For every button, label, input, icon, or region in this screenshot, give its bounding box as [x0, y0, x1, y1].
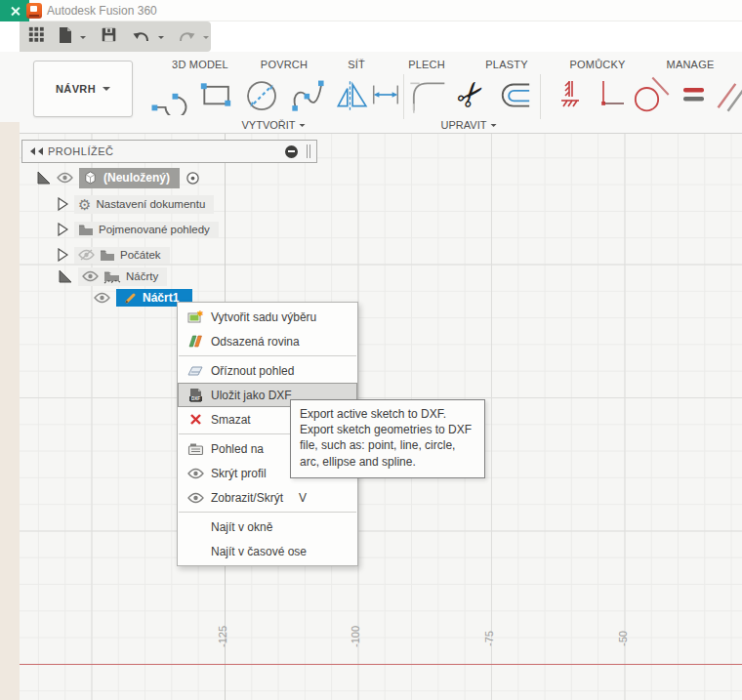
ribbon-divider: [403, 74, 404, 119]
minimize-panel-icon[interactable]: [285, 145, 298, 158]
expander-expanded-icon[interactable]: [59, 269, 72, 283]
axis-tick-label: -75: [483, 617, 495, 660]
expander-collapsed-icon[interactable]: [57, 248, 68, 262]
visibility-eye-icon[interactable]: [82, 270, 99, 282]
menu-item-find-in-timeline[interactable]: Najít v časové ose: [178, 539, 357, 563]
expander-expanded-icon[interactable]: [37, 171, 51, 185]
delete-icon: [186, 413, 205, 426]
chevron-down-icon: [103, 87, 110, 95]
spline-icon[interactable]: [289, 74, 328, 119]
trim-icon[interactable]: ✂: [451, 74, 494, 121]
tab-pomucky[interactable]: POMŮCKY: [569, 59, 625, 70]
folder-icon: [78, 224, 94, 236]
close-icon: [10, 6, 21, 17]
selection-set-icon: ✱: [186, 309, 205, 324]
expander-collapsed-icon[interactable]: [57, 223, 68, 236]
rectangle-icon[interactable]: [195, 74, 236, 119]
tab-plasty[interactable]: PLASTY: [485, 59, 527, 70]
menu-item-crop-view[interactable]: Oříznout pohled: [178, 358, 357, 383]
fillet-icon[interactable]: [408, 74, 449, 119]
menu-item-offset-plane[interactable]: Odsazená rovina: [178, 329, 357, 353]
group-label-create[interactable]: VYTVOŘIT: [241, 119, 305, 131]
x-axis-line: [20, 664, 742, 665]
group-label-modify[interactable]: UPRAVIT: [441, 119, 497, 131]
expander-collapsed-icon[interactable]: [57, 197, 68, 211]
chevron-down-icon: [490, 124, 496, 130]
menu-separator: [179, 512, 356, 513]
visibility-eye-icon[interactable]: [57, 172, 73, 184]
parallel-constraint-icon[interactable]: [713, 74, 742, 119]
tree-item-label: Náčrt1: [143, 291, 179, 305]
tab-sit[interactable]: SÍŤ: [348, 59, 365, 70]
tree-row-origin[interactable]: Počátek: [57, 244, 170, 266]
svg-text:✂: ✂: [451, 74, 494, 117]
quick-access-toolbar: [20, 21, 211, 52]
menu-separator: [179, 355, 356, 356]
gear-icon: ⚙: [78, 197, 91, 212]
undo-icon[interactable]: [132, 27, 151, 47]
app-grid-icon[interactable]: [28, 26, 45, 47]
axis-tick-label: -50: [617, 617, 629, 660]
folder-icon: [100, 249, 115, 262]
line-icon[interactable]: [148, 74, 189, 119]
vertical-horizontal-constraint-icon[interactable]: [592, 74, 627, 119]
browser-panel-header[interactable]: PROHLÍŽEČ: [21, 140, 317, 163]
design-workspace-label: NÁVRH: [56, 83, 96, 95]
window-title: Autodesk Fusion 360: [47, 4, 157, 18]
eye-icon: [186, 468, 205, 479]
svg-text:DXF: DXF: [190, 396, 199, 401]
panel-grip-handle[interactable]: [307, 144, 310, 158]
ribbon-divider: [540, 74, 541, 119]
tree-item-label: Náčrty: [126, 270, 158, 282]
visibility-eye-icon[interactable]: [94, 292, 110, 304]
sketch-folder-icon: [103, 269, 121, 284]
origin-chip[interactable]: Počátek: [74, 247, 170, 264]
tree-row-sketches[interactable]: Náčrty: [59, 266, 167, 287]
tree-item-label: Počátek: [120, 249, 161, 261]
dimension-icon[interactable]: [369, 74, 402, 119]
tree-row-document-settings[interactable]: ⚙ Nastavení dokumentu: [57, 193, 214, 215]
named-views-chip[interactable]: Pojmenované pohledy: [74, 222, 219, 238]
fix-constraint-icon[interactable]: [553, 74, 588, 119]
fusion-window: Autodesk Fusion 360 NÁVRH 3D MODEL: [0, 0, 742, 700]
menu-item-create-selection-set[interactable]: ✱ Vytvořit sadu výběru: [178, 305, 357, 329]
tree-row-root[interactable]: (Neuložený): [37, 167, 200, 188]
tab-povrch[interactable]: POVRCH: [261, 59, 308, 70]
tree-item-label: Pojmenované pohledy: [99, 224, 210, 235]
new-file-dropdown-icon[interactable]: [80, 36, 86, 42]
circle-icon[interactable]: [240, 74, 283, 119]
settings-chip[interactable]: ⚙ Nastavení dokumentu: [74, 195, 214, 214]
desktop-background: [0, 122, 20, 700]
sketches-folder-chip[interactable]: Náčrty: [78, 268, 167, 286]
tab-plech[interactable]: PLECH: [408, 59, 445, 70]
tab-3d-model[interactable]: 3D MODEL: [172, 59, 228, 70]
tree-item-label: Nastavení dokumentu: [96, 198, 205, 210]
close-button[interactable]: [0, 0, 29, 21]
save-icon[interactable]: [101, 26, 117, 47]
offset-plane-icon: [186, 334, 205, 349]
menu-item-find-in-window[interactable]: Najít v okně: [178, 515, 357, 539]
dxf-tooltip: Export active sketch to DXF. Export sket…: [290, 399, 485, 478]
equal-constraint-icon[interactable]: [676, 74, 711, 119]
design-workspace-button[interactable]: NÁVRH: [33, 61, 133, 117]
chevron-down-icon: [300, 124, 306, 130]
menu-item-show-hide[interactable]: Zobrazit/Skrýt V: [178, 485, 357, 510]
menu-shortcut: V: [299, 491, 307, 505]
offset-icon[interactable]: [494, 74, 535, 119]
redo-dropdown-icon[interactable]: [203, 36, 209, 42]
tree-row-named-views[interactable]: Pojmenované pohledy: [57, 219, 219, 240]
new-file-icon[interactable]: [58, 26, 73, 48]
visibility-off-eye-icon[interactable]: [78, 249, 95, 261]
document-cube-icon: [82, 170, 99, 186]
mirror-icon[interactable]: [332, 74, 369, 119]
browser-panel-title: PROHLÍŽEČ: [48, 145, 113, 157]
tangent-constraint-icon[interactable]: [629, 74, 672, 119]
tab-manage[interactable]: MANAGE: [667, 59, 715, 70]
document-chip[interactable]: (Neuložený): [79, 168, 180, 188]
collapse-panel-icon[interactable]: [28, 147, 43, 155]
activate-target-icon[interactable]: [186, 171, 200, 185]
redo-icon[interactable]: [177, 27, 196, 47]
svg-text:✱: ✱: [196, 309, 203, 318]
undo-dropdown-icon[interactable]: [158, 36, 164, 42]
crop-view-icon: [186, 364, 205, 377]
